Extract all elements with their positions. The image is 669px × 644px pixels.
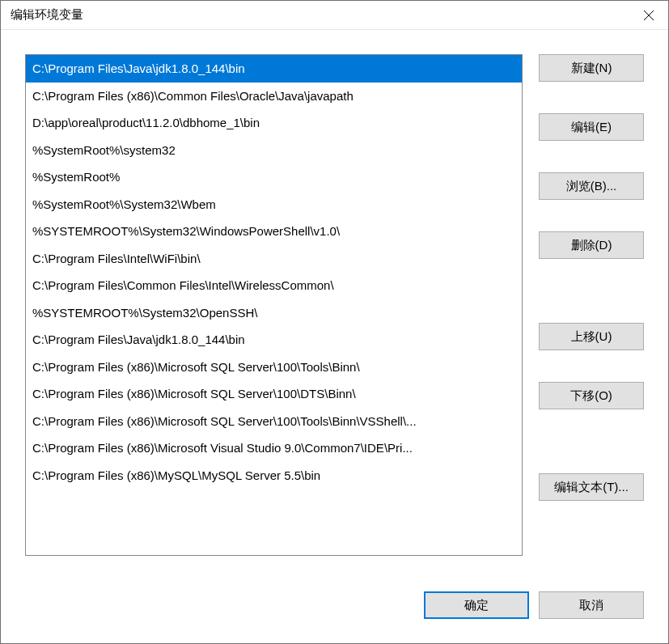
delete-button[interactable]: 删除(D) [539,231,644,259]
spacer [539,91,644,104]
spacer [539,419,644,464]
list-item[interactable]: %SystemRoot% [26,163,522,191]
list-item[interactable]: C:\Program Files (x86)\Microsoft SQL Ser… [26,354,522,381]
path-list[interactable]: C:\Program Files\Java\jdk1.8.0_144\binC:… [25,54,523,556]
spacer [539,150,644,163]
list-item[interactable]: C:\Program Files\Common Files\Intel\Wire… [26,272,522,299]
ok-button[interactable]: 确定 [424,591,529,619]
edit-button[interactable]: 编辑(E) [539,113,644,141]
close-icon [643,10,654,21]
spacer [539,360,644,372]
list-item[interactable]: C:\Program Files (x86)\Microsoft Visual … [26,434,522,462]
window-title: 编辑环境变量 [11,7,83,23]
new-button[interactable]: 新建(N) [539,54,644,82]
list-item[interactable]: C:\Program Files (x86)\Microsoft SQL Ser… [26,408,522,435]
spacer [539,210,644,222]
list-item[interactable]: C:\Program Files (x86)\Common Files\Orac… [26,83,522,110]
footer: 确定 取消 [1,591,668,643]
dialog-window: 编辑环境变量 C:\Program Files\Java\jdk1.8.0_14… [0,0,669,644]
spacer [539,269,644,313]
list-item[interactable]: C:\Program Files\Intel\WiFi\bin\ [26,245,522,273]
list-item[interactable]: C:\Program Files (x86)\MySQL\MySQL Serve… [26,462,522,489]
browse-button[interactable]: 浏览(B)... [539,172,644,200]
move-up-button[interactable]: 上移(U) [539,323,644,350]
list-item[interactable]: %SystemRoot%\System32\Wbem [26,191,522,218]
list-item[interactable]: %SYSTEMROOT%\System32\OpenSSH\ [26,299,522,327]
content-area: C:\Program Files\Java\jdk1.8.0_144\binC:… [1,30,668,591]
list-item[interactable]: C:\Program Files (x86)\Microsoft SQL Ser… [26,380,522,408]
button-column: 新建(N) 编辑(E) 浏览(B)... 删除(D) 上移(U) 下移(O) 编… [539,54,644,575]
move-down-button[interactable]: 下移(O) [539,382,644,409]
edit-text-button[interactable]: 编辑文本(T)... [539,473,644,501]
close-button[interactable] [639,6,658,25]
list-item[interactable]: %SYSTEMROOT%\System32\WindowsPowerShell\… [26,218,522,245]
cancel-button[interactable]: 取消 [539,591,644,619]
list-item[interactable]: C:\Program Files\Java\jdk1.8.0_144\bin [26,55,522,83]
list-item[interactable]: %SystemRoot%\system32 [26,137,522,164]
list-item[interactable]: C:\Program Files\Java\jdk1.8.0_144\bin [26,326,522,354]
title-bar: 编辑环境变量 [1,1,668,30]
list-item[interactable]: D:\app\oreal\product\11.2.0\dbhome_1\bin [26,109,522,137]
